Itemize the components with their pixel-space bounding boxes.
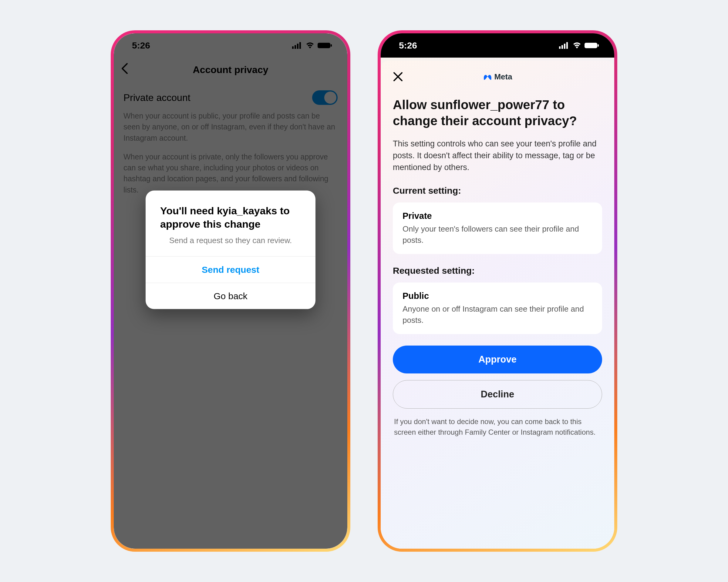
close-button[interactable]: [393, 72, 403, 83]
current-setting-label: Current setting:: [393, 186, 602, 196]
approval-alert: You'll need kyia_kayaks to approve this …: [146, 191, 315, 309]
svg-rect-10: [584, 43, 597, 48]
sheet-heading: Allow sunflower_power77 to change their …: [393, 97, 602, 129]
phone-parent: 5:26 Meta Allow sunflower_power7: [378, 30, 617, 552]
wifi-icon: [572, 42, 581, 49]
send-request-button[interactable]: Send request: [146, 256, 315, 282]
status-icons: [559, 42, 599, 49]
requested-setting-card: Public Anyone on or off Instagram can se…: [393, 282, 602, 334]
svg-rect-7: [562, 45, 563, 49]
sheet-lead: This setting controls who can see your t…: [393, 138, 602, 173]
phone-teen: 5:26 Account privacy Private account Whe…: [111, 30, 350, 552]
status-time: 5:26: [399, 40, 417, 51]
requested-setting-label: Requested setting:: [393, 266, 602, 276]
svg-rect-11: [598, 44, 599, 47]
phone-inner: 5:26 Account privacy Private account Whe…: [114, 33, 347, 549]
close-icon: [393, 72, 403, 82]
svg-rect-6: [559, 46, 561, 49]
approval-sheet: Meta Allow sunflower_power77 to change t…: [381, 61, 614, 549]
current-setting-description: Only your teen's followers can see their…: [402, 223, 592, 246]
requested-setting-title: Public: [402, 291, 592, 301]
meta-logo: Meta: [483, 72, 512, 82]
alert-subtitle: Send a request so they can review.: [146, 235, 315, 256]
approve-button[interactable]: Approve: [393, 345, 602, 373]
phone-inner: 5:26 Meta Allow sunflower_power7: [381, 33, 614, 549]
current-setting-card: Private Only your teen's followers can s…: [393, 202, 602, 254]
footer-note: If you don't want to decide now, you can…: [393, 415, 602, 438]
battery-icon: [584, 42, 599, 49]
go-back-button[interactable]: Go back: [146, 282, 315, 309]
meta-text: Meta: [494, 72, 512, 82]
decline-button[interactable]: Decline: [393, 380, 602, 409]
meta-icon: [483, 74, 492, 80]
status-bar: 5:26: [381, 33, 614, 58]
svg-rect-8: [564, 44, 565, 49]
sheet-header: Meta: [393, 70, 602, 85]
parent-approval-screen: Meta Allow sunflower_power77 to change t…: [381, 58, 614, 549]
current-setting-title: Private: [402, 211, 592, 221]
svg-rect-9: [566, 42, 568, 49]
alert-title: You'll need kyia_kayaks to approve this …: [146, 191, 315, 235]
requested-setting-description: Anyone on or off Instagram can see their…: [402, 303, 592, 326]
cellular-icon: [559, 42, 569, 49]
